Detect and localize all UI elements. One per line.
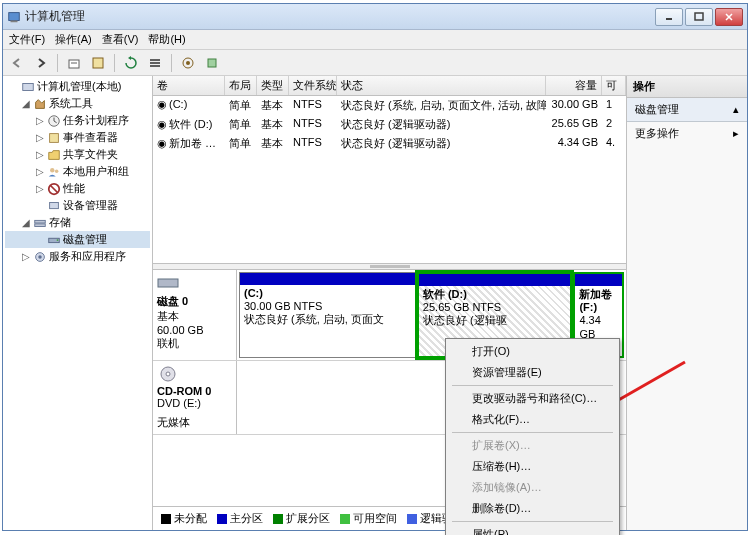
actions-group-diskmgmt[interactable]: 磁盘管理 ▴ bbox=[627, 98, 747, 122]
svg-rect-27 bbox=[158, 279, 178, 287]
minimize-button[interactable] bbox=[655, 8, 683, 26]
svg-rect-13 bbox=[23, 83, 34, 90]
window-title: 计算机管理 bbox=[25, 8, 655, 25]
svg-rect-20 bbox=[50, 202, 59, 208]
grid-header[interactable]: 卷 布局 类型 文件系统 状态 容量 可 bbox=[153, 76, 626, 96]
tree-scheduler[interactable]: ▷任务计划程序 bbox=[5, 112, 150, 129]
svg-rect-22 bbox=[35, 223, 46, 226]
toolbar-list-icon[interactable] bbox=[145, 53, 165, 73]
app-window: 计算机管理 文件(F) 操作(A) 查看(V) 帮助(H) 计算机管理(本地) … bbox=[2, 3, 748, 531]
svg-point-29 bbox=[166, 372, 170, 376]
svg-rect-15 bbox=[50, 133, 59, 142]
app-icon bbox=[7, 10, 21, 24]
ctx-shrink[interactable]: 压缩卷(H)… bbox=[448, 456, 617, 477]
actions-panel: 操作 磁盘管理 ▴ 更多操作 ▸ bbox=[627, 76, 747, 530]
toolbar-help-icon[interactable] bbox=[202, 53, 222, 73]
menu-file[interactable]: 文件(F) bbox=[9, 32, 45, 47]
nav-forward-button[interactable] bbox=[31, 53, 51, 73]
svg-rect-6 bbox=[93, 58, 103, 68]
svg-point-11 bbox=[186, 61, 190, 65]
svg-line-19 bbox=[51, 185, 58, 192]
svg-point-17 bbox=[55, 169, 59, 173]
ctx-delete[interactable]: 删除卷(D)… bbox=[448, 498, 617, 519]
ctx-properties[interactable]: 属性(P) bbox=[448, 524, 617, 535]
toolbar-settings-icon[interactable] bbox=[178, 53, 198, 73]
svg-rect-9 bbox=[150, 65, 160, 67]
partition-c[interactable]: (C:) 30.00 GB NTFS 状态良好 (系统, 启动, 页面文 bbox=[239, 272, 416, 358]
toolbar-properties-icon[interactable] bbox=[64, 53, 84, 73]
toolbar-export-icon[interactable] bbox=[88, 53, 108, 73]
disk-info[interactable]: 磁盘 0 基本 60.00 GB 联机 bbox=[153, 270, 237, 360]
context-menu[interactable]: 打开(O) 资源管理器(E) 更改驱动器号和路径(C)… 格式化(F)… 扩展卷… bbox=[445, 338, 620, 535]
tree-systools[interactable]: ◢系统工具 bbox=[5, 95, 150, 112]
close-button[interactable] bbox=[715, 8, 743, 26]
nav-back-button[interactable] bbox=[7, 53, 27, 73]
toolbar bbox=[3, 50, 747, 76]
volume-row[interactable]: ◉新加卷 … 简单 基本 NTFS 状态良好 (逻辑驱动器) 4.34 GB 4… bbox=[153, 134, 626, 153]
tree-perf[interactable]: ▷性能 bbox=[5, 180, 150, 197]
nav-tree[interactable]: 计算机管理(本地) ◢系统工具 ▷任务计划程序 ▷事件查看器 ▷共享文件夹 ▷本… bbox=[3, 76, 153, 530]
menu-help[interactable]: 帮助(H) bbox=[148, 32, 185, 47]
col-filesystem[interactable]: 文件系统 bbox=[289, 76, 337, 95]
cdrom-icon bbox=[157, 365, 179, 383]
volume-row[interactable]: ◉(C:) 简单 基本 NTFS 状态良好 (系统, 启动, 页面文件, 活动,… bbox=[153, 96, 626, 115]
svg-rect-21 bbox=[35, 220, 46, 223]
svg-rect-12 bbox=[208, 59, 216, 67]
col-status[interactable]: 状态 bbox=[337, 76, 546, 95]
svg-point-16 bbox=[50, 168, 54, 172]
maximize-button[interactable] bbox=[685, 8, 713, 26]
volume-row[interactable]: ◉软件 (D:) 简单 基本 NTFS 状态良好 (逻辑驱动器) 25.65 G… bbox=[153, 115, 626, 134]
menu-action[interactable]: 操作(A) bbox=[55, 32, 92, 47]
svg-rect-3 bbox=[695, 13, 703, 20]
svg-rect-4 bbox=[69, 60, 79, 68]
ctx-format[interactable]: 格式化(F)… bbox=[448, 409, 617, 430]
ctx-open[interactable]: 打开(O) bbox=[448, 341, 617, 362]
actions-more[interactable]: 更多操作 ▸ bbox=[627, 122, 747, 145]
svg-rect-0 bbox=[9, 12, 20, 20]
ctx-add-mirror[interactable]: 添加镜像(A)… bbox=[448, 477, 617, 498]
cdrom-info[interactable]: CD-ROM 0 DVD (E:) 无媒体 bbox=[153, 361, 237, 434]
ctx-explorer[interactable]: 资源管理器(E) bbox=[448, 362, 617, 383]
tree-services[interactable]: ▷服务和应用程序 bbox=[5, 248, 150, 265]
tree-devmgr[interactable]: 设备管理器 bbox=[5, 197, 150, 214]
tree-eventviewer[interactable]: ▷事件查看器 bbox=[5, 129, 150, 146]
svg-rect-7 bbox=[150, 59, 160, 61]
col-capacity[interactable]: 容量 bbox=[546, 76, 602, 95]
menubar: 文件(F) 操作(A) 查看(V) 帮助(H) bbox=[3, 30, 747, 50]
chevron-right-icon: ▸ bbox=[733, 127, 739, 140]
disk-icon bbox=[157, 274, 179, 292]
tree-storage[interactable]: ◢存储 bbox=[5, 214, 150, 231]
menu-view[interactable]: 查看(V) bbox=[102, 32, 139, 47]
tree-shared[interactable]: ▷共享文件夹 bbox=[5, 146, 150, 163]
svg-point-24 bbox=[57, 239, 59, 241]
col-layout[interactable]: 布局 bbox=[225, 76, 257, 95]
svg-rect-1 bbox=[11, 20, 18, 22]
toolbar-refresh-icon[interactable] bbox=[121, 53, 141, 73]
tree-root[interactable]: 计算机管理(本地) bbox=[5, 78, 150, 95]
ctx-change-letter[interactable]: 更改驱动器号和路径(C)… bbox=[448, 388, 617, 409]
svg-rect-8 bbox=[150, 62, 160, 64]
collapse-icon: ▴ bbox=[733, 103, 739, 116]
tree-users[interactable]: ▷本地用户和组 bbox=[5, 163, 150, 180]
col-type[interactable]: 类型 bbox=[257, 76, 289, 95]
col-free[interactable]: 可 bbox=[602, 76, 626, 95]
svg-point-26 bbox=[38, 255, 42, 259]
tree-diskmgmt[interactable]: 磁盘管理 bbox=[5, 231, 150, 248]
volume-list[interactable]: 卷 布局 类型 文件系统 状态 容量 可 ◉(C:) 简单 基本 NTFS 状态… bbox=[153, 76, 626, 264]
col-volume[interactable]: 卷 bbox=[153, 76, 225, 95]
ctx-extend[interactable]: 扩展卷(X)… bbox=[448, 435, 617, 456]
titlebar[interactable]: 计算机管理 bbox=[3, 4, 747, 30]
actions-header: 操作 bbox=[627, 76, 747, 98]
